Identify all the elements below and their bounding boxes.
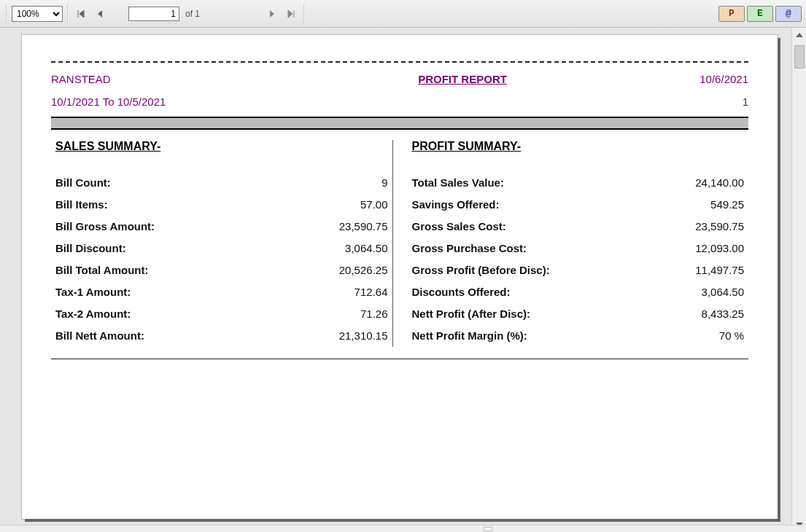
sales-row: Bill Discount:3,064.50 (55, 238, 388, 259)
sales-label: Bill Total Amount: (55, 259, 301, 281)
report-date: 10/6/2021 (609, 73, 748, 85)
first-page-icon (77, 9, 85, 18)
profit-row: Savings Offered:549.25 (412, 194, 745, 216)
sales-label: Bill Gross Amount: (55, 216, 301, 238)
toolbar-separator (303, 4, 305, 24)
profit-label: Nett Profit Margin (%): (412, 325, 657, 347)
report-toolbar: 100% of 1 P E @ (0, 0, 806, 28)
date-range: 10/1/2021 To 10/5/2021 (51, 95, 166, 108)
toolbar-separator (67, 4, 69, 24)
sales-value: 57.00 (301, 194, 388, 216)
page-of-label: of 1 (185, 9, 214, 19)
prev-page-button[interactable] (92, 6, 108, 22)
sales-label: Tax-1 Amount: (55, 281, 301, 303)
profit-row: Nett Profit (After Disc):8,433.25 (412, 303, 745, 325)
sales-value: 9 (301, 172, 388, 194)
status-resize-handle[interactable] (484, 527, 492, 531)
report-title: PROFIT REPORT (316, 73, 609, 85)
profit-value: 24,140.00 (656, 172, 744, 194)
company-name: RANSTEAD (51, 73, 316, 85)
sales-label: Bill Discount: (55, 238, 301, 259)
profit-label: Gross Sales Cost: (412, 216, 657, 238)
profit-value: 23,590.75 (656, 216, 744, 238)
sales-row: Bill Count:9 (55, 172, 388, 194)
page-number: 1 (743, 95, 748, 108)
sales-row: Bill Nett Amount:21,310.15 (55, 325, 388, 347)
sales-summary-column: SALES SUMMARY- Bill Count:9Bill Items:57… (51, 140, 392, 347)
profit-label: Gross Purchase Cost: (412, 238, 657, 259)
profit-label: Nett Profit (After Disc): (412, 303, 657, 325)
profit-label: Total Sales Value: (412, 172, 657, 194)
sales-row: Tax-2 Amount:71.26 (55, 303, 388, 325)
report-viewer: RANSTEAD PROFIT REPORT 10/6/2021 10/1/20… (0, 28, 806, 532)
sales-value: 23,590.75 (301, 216, 388, 238)
zoom-select[interactable]: 100% (12, 6, 63, 22)
sales-value: 3,064.50 (301, 238, 388, 259)
profit-label: Discounts Offered: (412, 281, 657, 303)
toolbar-separator (6, 4, 7, 24)
sales-label: Bill Nett Amount: (55, 325, 301, 347)
prev-page-icon (96, 9, 104, 18)
e-button[interactable]: E (747, 6, 773, 22)
profit-summary-column: PROFIT SUMMARY- Total Sales Value:24,140… (392, 140, 749, 347)
report-page: RANSTEAD PROFIT REPORT 10/6/2021 10/1/20… (22, 35, 778, 519)
next-page-button[interactable] (264, 6, 280, 22)
profit-label: Gross Profit (Before Disc): (412, 259, 657, 281)
section-bottom-rule (51, 359, 748, 359)
profit-label: Savings Offered: (412, 194, 657, 216)
profit-row: Total Sales Value:24,140.00 (412, 172, 745, 194)
sales-row: Bill Gross Amount:23,590.75 (55, 216, 388, 238)
sales-label: Bill Count: (55, 172, 301, 194)
profit-summary-heading: PROFIT SUMMARY- (412, 140, 745, 153)
sales-label: Tax-2 Amount: (55, 303, 301, 325)
report-header-line1: RANSTEAD PROFIT REPORT 10/6/2021 (51, 73, 748, 85)
next-page-icon (268, 9, 276, 18)
last-page-icon (287, 9, 295, 18)
profit-value: 3,064.50 (656, 281, 744, 303)
sales-row: Bill Items:57.00 (55, 194, 388, 216)
sales-value: 20,526.25 (301, 259, 388, 281)
profit-row: Discounts Offered:3,064.50 (412, 281, 745, 303)
profit-value: 12,093.00 (656, 238, 744, 259)
status-bar (0, 525, 806, 532)
profit-value: 70 % (656, 325, 744, 347)
sales-value: 712.64 (301, 281, 388, 303)
sales-row: Bill Total Amount:20,526.25 (55, 259, 388, 281)
sales-summary-heading: SALES SUMMARY- (55, 140, 388, 153)
first-page-button[interactable] (73, 6, 89, 22)
profit-row: Gross Sales Cost:23,590.75 (412, 216, 745, 238)
report-header-line2: 10/1/2021 To 10/5/2021 1 (51, 95, 748, 108)
section-divider (51, 117, 748, 130)
chevron-up-icon (796, 33, 803, 37)
page-top-rule (51, 61, 748, 63)
scroll-up-button[interactable] (792, 28, 807, 42)
profit-row: Nett Profit Margin (%):70 % (412, 325, 745, 347)
profit-row: Gross Profit (Before Disc):11,497.75 (412, 259, 745, 281)
scroll-thumb[interactable] (794, 45, 805, 69)
sales-row: Tax-1 Amount:712.64 (55, 281, 388, 303)
profit-value: 11,497.75 (656, 259, 744, 281)
sales-value: 71.26 (301, 303, 388, 325)
profit-row: Gross Purchase Cost:12,093.00 (412, 238, 745, 259)
vertical-scrollbar[interactable] (791, 28, 806, 532)
sales-label: Bill Items: (55, 194, 301, 216)
profit-value: 8,433.25 (656, 303, 744, 325)
last-page-button[interactable] (283, 6, 299, 22)
sales-value: 21,310.15 (301, 325, 388, 347)
profit-value: 549.25 (656, 194, 744, 216)
at-button[interactable]: @ (775, 6, 802, 22)
p-button[interactable]: P (718, 6, 745, 22)
summary-columns: SALES SUMMARY- Bill Count:9Bill Items:57… (51, 140, 748, 347)
page-number-input[interactable] (128, 7, 179, 21)
